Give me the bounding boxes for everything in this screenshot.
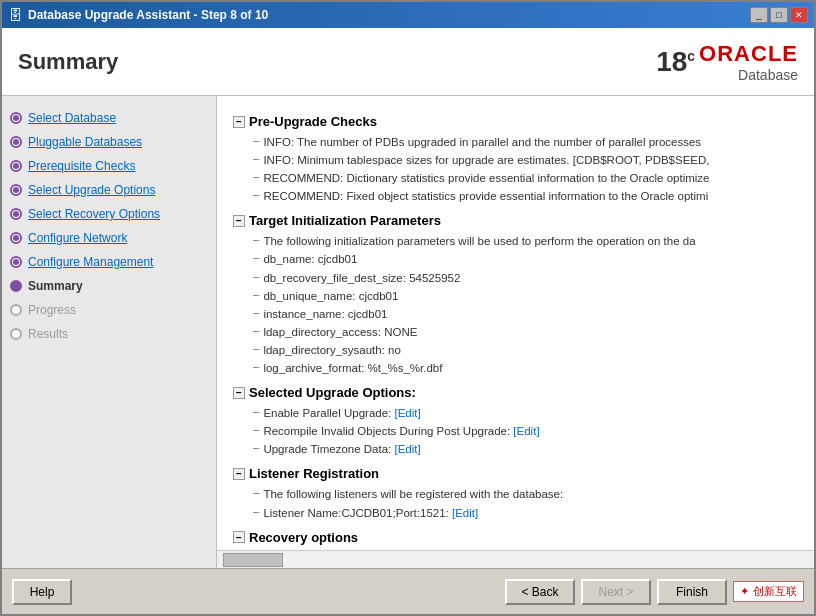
sidebar-label-pluggable-databases[interactable]: Pluggable Databases (28, 135, 142, 149)
footer: Help < Back Next > Finish ✦ 创新互联 (2, 568, 814, 614)
list-item: – db_unique_name: cjcdb01 (253, 287, 798, 305)
sidebar-item-configure-network[interactable]: Configure Network (2, 226, 216, 250)
main-content: Select Database Pluggable Databases Prer… (2, 96, 814, 568)
list-item: – instance_name: cjcdb01 (253, 305, 798, 323)
sidebar: Select Database Pluggable Databases Prer… (2, 96, 217, 568)
upgrade-item-3: Upgrade Timezone Data: [Edit] (263, 441, 420, 457)
pre-upgrade-item-1: INFO: The number of PDBs upgraded in par… (263, 134, 701, 150)
section-target-init-header: − Target Initialization Parameters (233, 213, 798, 228)
step-dot-9 (10, 304, 22, 316)
target-item-3: db_recovery_file_dest_size: 54525952 (263, 270, 460, 286)
list-item: – RECOMMEND: Fixed object statistics pro… (253, 187, 798, 205)
horizontal-scrollbar[interactable] (217, 550, 814, 568)
listener-item-1: The following listeners will be register… (263, 486, 563, 502)
app-icon: 🗄 (8, 7, 22, 23)
help-button[interactable]: Help (12, 579, 72, 605)
collapse-upgrade-options[interactable]: − (233, 387, 245, 399)
cjhl-icon: ✦ (740, 585, 749, 598)
step-dot-1 (10, 112, 22, 124)
pre-upgrade-item-3: RECOMMEND: Dictionary statistics provide… (263, 170, 709, 186)
list-item: – ldap_directory_sysauth: no (253, 341, 798, 359)
list-item: – db_name: cjcdb01 (253, 250, 798, 268)
list-item: – db_recovery_file_dest_size: 54525952 (253, 269, 798, 287)
next-button[interactable]: Next > (581, 579, 651, 605)
sidebar-item-results: Results (2, 322, 216, 346)
target-item-5: instance_name: cjcdb01 (263, 306, 387, 322)
sidebar-label-select-recovery-options[interactable]: Select Recovery Options (28, 207, 160, 221)
edit-link-timezone[interactable]: Edit (398, 443, 418, 455)
sidebar-item-pluggable-databases[interactable]: Pluggable Databases (2, 130, 216, 154)
section-pre-upgrade-title: Pre-Upgrade Checks (249, 114, 377, 129)
list-item: – The following initialization parameter… (253, 232, 798, 250)
close-button[interactable]: ✕ (790, 7, 808, 23)
maximize-button[interactable]: □ (770, 7, 788, 23)
list-item: – log_archive_format: %t_%s_%r.dbf (253, 359, 798, 377)
target-item-7: ldap_directory_sysauth: no (263, 342, 400, 358)
step-dot-2 (10, 136, 22, 148)
sidebar-label-results: Results (28, 327, 68, 341)
title-bar-buttons: _ □ ✕ (750, 7, 808, 23)
section-target-init-title: Target Initialization Parameters (249, 213, 441, 228)
edit-link-recompile[interactable]: Edit (517, 425, 537, 437)
sidebar-item-progress: Progress (2, 298, 216, 322)
step-dot-3 (10, 160, 22, 172)
window-title: Database Upgrade Assistant - Step 8 of 1… (28, 8, 268, 22)
collapse-recovery[interactable]: − (233, 531, 245, 543)
content-area: − Pre-Upgrade Checks – INFO: The number … (217, 96, 814, 568)
collapse-target-init[interactable]: − (233, 215, 245, 227)
section-target-init-content: – The following initialization parameter… (253, 232, 798, 377)
sidebar-item-select-recovery-options[interactable]: Select Recovery Options (2, 202, 216, 226)
step-dot-5 (10, 208, 22, 220)
sidebar-label-configure-management[interactable]: Configure Management (28, 255, 153, 269)
list-item: – INFO: The number of PDBs upgraded in p… (253, 133, 798, 151)
section-recovery-title: Recovery options (249, 530, 358, 545)
cjhl-logo: ✦ 创新互联 (733, 581, 804, 602)
sidebar-label-select-upgrade-options[interactable]: Select Upgrade Options (28, 183, 155, 197)
target-item-1: The following initialization parameters … (263, 233, 695, 249)
page-title: Summary (18, 49, 118, 75)
edit-link-listener[interactable]: Edit (455, 507, 475, 519)
step-dot-7 (10, 256, 22, 268)
section-listener-content: – The following listeners will be regist… (253, 485, 798, 521)
target-item-6: ldap_directory_access: NONE (263, 324, 417, 340)
sidebar-label-progress: Progress (28, 303, 76, 317)
oracle-name: ORACLE (699, 41, 798, 67)
sidebar-label-summary: Summary (28, 279, 83, 293)
collapse-pre-upgrade[interactable]: − (233, 116, 245, 128)
sidebar-label-select-database[interactable]: Select Database (28, 111, 116, 125)
step-dot-6 (10, 232, 22, 244)
finish-button[interactable]: Finish (657, 579, 727, 605)
pre-upgrade-item-4: RECOMMEND: Fixed object statistics provi… (263, 188, 708, 204)
sidebar-label-prerequisite-checks[interactable]: Prerequisite Checks (28, 159, 135, 173)
section-upgrade-options-content: – Enable Parallel Upgrade: [Edit] – Reco… (253, 404, 798, 458)
back-button[interactable]: < Back (505, 579, 575, 605)
sidebar-item-configure-management[interactable]: Configure Management (2, 250, 216, 274)
header: Summary 18c ORACLE Database (2, 28, 814, 96)
h-scroll-thumb[interactable] (223, 553, 283, 567)
list-item: – INFO: Minimum tablespace sizes for upg… (253, 151, 798, 169)
collapse-listener[interactable]: − (233, 468, 245, 480)
sidebar-item-summary: Summary (2, 274, 216, 298)
target-item-8: log_archive_format: %t_%s_%r.dbf (263, 360, 442, 376)
main-window: 🗄 Database Upgrade Assistant - Step 8 of… (0, 0, 816, 616)
sidebar-item-select-database[interactable]: Select Database (2, 106, 216, 130)
section-listener-title: Listener Registration (249, 466, 379, 481)
step-dot-10 (10, 328, 22, 340)
list-item: – Listener Name:CJCDB01;Port:1521: [Edit… (253, 504, 798, 522)
section-pre-upgrade-header: − Pre-Upgrade Checks (233, 114, 798, 129)
sidebar-label-configure-network[interactable]: Configure Network (28, 231, 127, 245)
title-bar: 🗄 Database Upgrade Assistant - Step 8 of… (2, 2, 814, 28)
step-dot-8 (10, 280, 22, 292)
sidebar-item-prerequisite-checks[interactable]: Prerequisite Checks (2, 154, 216, 178)
list-item: – ldap_directory_access: NONE (253, 323, 798, 341)
cjhl-label: 创新互联 (753, 584, 797, 599)
content-scroll[interactable]: − Pre-Upgrade Checks – INFO: The number … (217, 96, 814, 550)
target-item-2: db_name: cjcdb01 (263, 251, 357, 267)
sidebar-item-select-upgrade-options[interactable]: Select Upgrade Options (2, 178, 216, 202)
pre-upgrade-item-2: INFO: Minimum tablespace sizes for upgra… (263, 152, 709, 168)
minimize-button[interactable]: _ (750, 7, 768, 23)
section-recovery-header: − Recovery options (233, 530, 798, 545)
step-dot-4 (10, 184, 22, 196)
edit-link-parallel[interactable]: Edit (398, 407, 418, 419)
list-item: – The following listeners will be regist… (253, 485, 798, 503)
